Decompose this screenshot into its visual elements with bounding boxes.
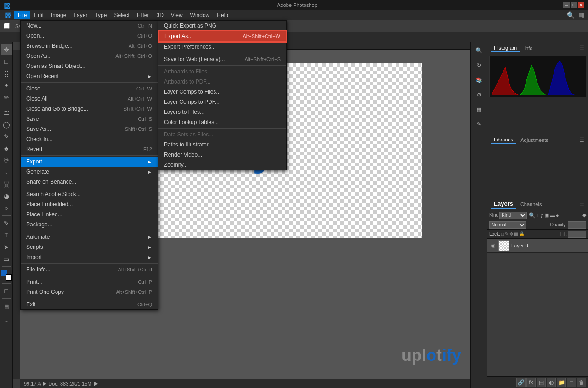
layer-link-icon[interactable]: 🔗 [516, 378, 526, 387]
layers-menu-icon[interactable]: ☰ [579, 201, 584, 208]
menu-check-in[interactable]: Check In... [21, 134, 158, 144]
submenu-render-video[interactable]: Render Video... [158, 150, 286, 160]
submenu-paths-illustrator[interactable]: Paths to Illustrator... [158, 140, 286, 150]
marquee-tool[interactable]: □ [1, 56, 12, 67]
menu-3d[interactable]: 3D [153, 11, 167, 19]
menu-open[interactable]: Open...Ctrl+O [21, 31, 158, 41]
menu-file-info[interactable]: File Info...Alt+Shift+Ctrl+I [21, 264, 158, 275]
menu-type[interactable]: Type [91, 11, 110, 19]
submenu-export-prefs[interactable]: Export Preferences... [158, 42, 286, 52]
layer-visibility-toggle[interactable]: ◉ [489, 242, 497, 249]
menu-save-as[interactable]: Save As...Shift+Ctrl+S [21, 124, 158, 134]
menu-automate[interactable]: Automate► [21, 232, 158, 242]
pen-tool[interactable]: ✎ [1, 218, 12, 229]
menu-new[interactable]: New...Ctrl+N [21, 21, 158, 31]
submenu-artboards-pdf[interactable]: Artboards to PDF... [158, 77, 286, 87]
color-swatches[interactable] [1, 270, 12, 281]
filter-icon[interactable]: 🔍 [529, 212, 536, 219]
filter-fx-icon[interactable]: ƒ [541, 213, 543, 218]
kind-toggle[interactable]: ◆ [582, 212, 586, 218]
layer-new-icon[interactable]: □ [567, 378, 576, 387]
histogram-tab[interactable]: Histogram [491, 44, 520, 52]
menu-generate[interactable]: Generate► [21, 167, 158, 177]
screen-mode-button[interactable]: ▤ [1, 301, 12, 312]
menu-print[interactable]: Print...Ctrl+P [21, 277, 158, 287]
info-tab[interactable]: Info [521, 45, 535, 52]
submenu-data-sets[interactable]: Data Sets as Files... [158, 129, 286, 140]
menu-file[interactable]: File [14, 11, 30, 19]
adjustments-tab[interactable]: Adjustments [518, 136, 551, 144]
path-select-tool[interactable]: ➤ [1, 242, 12, 253]
layers-tab[interactable]: Layers [491, 199, 516, 209]
menu-edit[interactable]: Edit [30, 11, 47, 19]
right-properties-icon[interactable]: ⚙ [473, 88, 486, 101]
submenu-layer-comps-pdf[interactable]: Layer Comps to PDF... [158, 97, 286, 107]
menu-search-stock[interactable]: Search Adobe Stock... [21, 189, 158, 199]
menu-close-all[interactable]: Close AllAlt+Ctrl+W [21, 94, 158, 104]
spot-heal-tool[interactable]: ◯ [1, 119, 12, 130]
opacity-value-input[interactable]: 100% [568, 221, 586, 229]
layer-adjustment-icon[interactable]: ◐ [547, 378, 556, 387]
menu-share-behance[interactable]: Share on Behance... [21, 177, 158, 187]
fill-value-input[interactable]: 100% [568, 231, 586, 238]
move-tool[interactable]: ✥ [1, 44, 12, 55]
menu-revert[interactable]: RevertF12 [21, 144, 158, 154]
close-button[interactable]: ✕ [578, 2, 584, 8]
menu-import[interactable]: Import► [21, 252, 158, 262]
menu-select[interactable]: Select [110, 11, 133, 19]
right-history-icon[interactable]: ↻ [473, 59, 486, 72]
menu-view[interactable]: View [167, 11, 187, 19]
right-channels-icon[interactable]: ▦ [473, 103, 486, 116]
menu-print-one-copy[interactable]: Print One CopyAlt+Shift+Ctrl+P [21, 287, 158, 297]
blend-mode-select[interactable]: Normal [489, 221, 526, 229]
histogram-menu-icon[interactable]: ☰ [579, 45, 584, 51]
menu-place-embedded[interactable]: Place Embedded... [21, 199, 158, 209]
type-tool[interactable]: T [1, 230, 12, 241]
clone-tool[interactable]: ♣ [1, 143, 12, 154]
menu-filter[interactable]: Filter [133, 11, 153, 19]
menu-open-as[interactable]: Open As...Alt+Shift+Ctrl+O [21, 51, 158, 61]
filter-t-icon[interactable]: T [537, 213, 540, 218]
lock-artboard-icon[interactable]: ▩ [514, 231, 518, 236]
lock-position-icon[interactable]: ✥ [509, 231, 513, 236]
layer-mask-icon[interactable]: ▤ [537, 378, 546, 387]
libraries-menu-icon[interactable]: ☰ [579, 137, 584, 143]
gradient-tool[interactable]: ░ [1, 179, 12, 190]
filter-mask-icon[interactable]: ▣ [544, 212, 549, 218]
layer-group-icon[interactable]: 📁 [557, 378, 566, 387]
maximize-button[interactable]: □ [571, 2, 577, 8]
menu-browse-bridge[interactable]: Browse in Bridge...Alt+Ctrl+O [21, 41, 158, 51]
table-row[interactable]: ◉ Layer 0 [487, 239, 588, 253]
sample-all-layers-checkbox[interactable] [4, 23, 10, 29]
lasso-tool[interactable]: ⣽ [1, 68, 12, 79]
filter-adj-icon[interactable]: ▬ [550, 213, 555, 218]
history-brush-tool[interactable]: ♾ [1, 155, 12, 166]
menu-export[interactable]: Export► [21, 157, 158, 167]
libraries-tab[interactable]: Libraries [491, 136, 516, 144]
menu-close-bridge[interactable]: Close and Go to Bridge...Shift+Ctrl+W [21, 104, 158, 114]
submenu-quick-export[interactable]: Quick Export as PNG [158, 21, 286, 31]
layer-fx-icon[interactable]: fx [526, 378, 536, 387]
dodge-tool[interactable]: ○ [1, 202, 12, 214]
lock-transparent-icon[interactable]: □ [501, 231, 504, 236]
status-more-arrow[interactable]: ▶ [94, 381, 98, 387]
menu-close[interactable]: CloseCtrl+W [21, 84, 158, 94]
lock-pixels-icon[interactable]: ✎ [505, 231, 509, 236]
more-tools-button[interactable]: ⋯ [1, 316, 12, 327]
submenu-color-lookup[interactable]: Color Lookup Tables... [158, 117, 286, 127]
right-library-icon[interactable]: 📚 [473, 73, 486, 86]
shape-tool[interactable]: ▭ [1, 253, 12, 264]
submenu-layer-comps-files[interactable]: Layer Comps to Files... [158, 87, 286, 97]
lock-all-icon[interactable]: 🔒 [519, 231, 525, 236]
channels-tab[interactable]: Channels [518, 201, 544, 208]
menu-help[interactable]: Help [213, 11, 232, 19]
menu-ps[interactable]: ▩ [2, 11, 14, 19]
quick-select-tool[interactable]: ✦ [1, 80, 12, 91]
menu-window[interactable]: Window [187, 11, 214, 19]
menu-open-smart-object[interactable]: Open as Smart Object... [21, 61, 158, 71]
blur-tool[interactable]: ◕ [1, 191, 12, 202]
submenu-export-as[interactable]: Export As... Alt+Shift+Ctrl+W [158, 31, 286, 42]
menu-exit[interactable]: ExitCtrl+Q [21, 299, 158, 309]
menu-save[interactable]: SaveCtrl+S [21, 114, 158, 124]
arrange-icon[interactable]: ▦ [577, 11, 586, 19]
